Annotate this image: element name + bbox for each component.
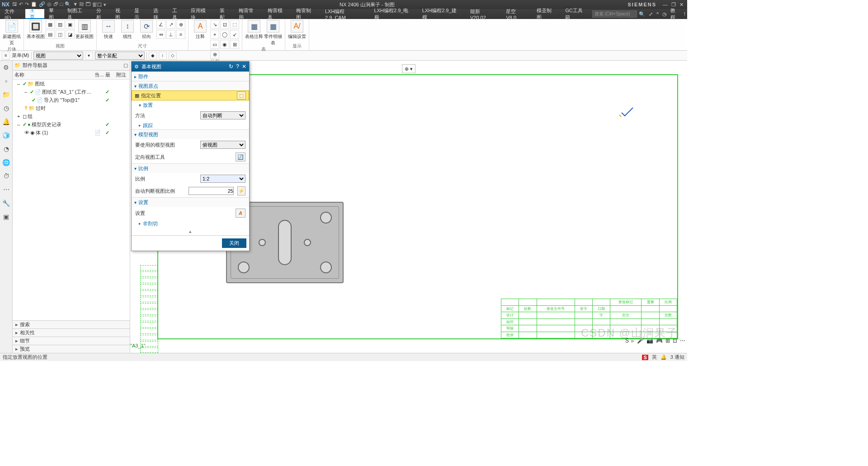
- ribbon-small-button[interactable]: ⊞: [230, 40, 239, 49]
- tray-icon[interactable]: ▹: [632, 338, 634, 344]
- section-placement[interactable]: 放置: [132, 100, 249, 109]
- minimize-button[interactable]: —: [663, 2, 668, 7]
- accordion-header[interactable]: 搜索: [13, 320, 130, 328]
- leftstrip-button[interactable]: ⋯: [1, 185, 11, 195]
- ribbon-big-button[interactable]: ▦零件明细表: [264, 20, 282, 46]
- tray-icon[interactable]: 🎮: [656, 338, 663, 344]
- maximize-button[interactable]: ❐: [671, 2, 676, 8]
- menu-tab[interactable]: 视图: [111, 9, 130, 19]
- leftstrip-button[interactable]: ⚙: [1, 62, 11, 72]
- ribbon-small-button[interactable]: ⬚: [230, 20, 239, 29]
- use-model-select[interactable]: 俯视图: [200, 141, 245, 149]
- ribbon-small-button[interactable]: ⊕: [176, 20, 185, 29]
- orient-tool-button[interactable]: 🔄: [236, 152, 245, 162]
- tray-icon[interactable]: 🎤: [637, 338, 644, 344]
- view-filter-select[interactable]: 视图: [33, 52, 83, 60]
- ribbon-small-button[interactable]: ↙: [230, 30, 239, 39]
- ribbon-big-button[interactable]: ▥更新视图: [75, 20, 94, 40]
- auto-scale-input[interactable]: [189, 187, 234, 195]
- ribbon-small-button[interactable]: ⇔: [156, 30, 165, 39]
- ribbon-small-button[interactable]: ↘: [210, 20, 219, 29]
- menu-tab[interactable]: 星空 V8.0: [501, 9, 532, 19]
- ribbon-big-button[interactable]: ↕线性: [118, 20, 137, 40]
- assembly-filter-select[interactable]: 整个装配: [95, 52, 145, 60]
- section-part[interactable]: 部件: [132, 72, 249, 81]
- leftstrip-button[interactable]: ▣: [1, 212, 11, 222]
- menu-tab[interactable]: 梅雷常用: [234, 9, 263, 19]
- section-non-section[interactable]: 非剖切: [132, 219, 249, 228]
- menu-tab[interactable]: LXH编程2.9_电极: [370, 9, 418, 19]
- menubar-icon[interactable]: 🔍: [639, 11, 645, 17]
- navigator-tree[interactable]: 名称 当… 最 附注 –✓📁图纸–✓📄图纸页 "A3_1" (工作…✓✓📄导入的…: [13, 71, 130, 195]
- tray-icon[interactable]: ⊞: [665, 338, 670, 344]
- dialog-resize-handle[interactable]: ▴: [132, 228, 249, 235]
- ribbon-big-button[interactable]: 📄新建图纸页: [3, 20, 21, 46]
- menu-tab[interactable]: 梅雷制图: [292, 9, 321, 19]
- tree-row[interactable]: ?📁过时: [13, 104, 130, 112]
- ime-label[interactable]: 英: [652, 354, 657, 361]
- menu-icon[interactable]: ≡: [2, 52, 10, 60]
- accordion-header[interactable]: 细节: [13, 337, 130, 345]
- menu-label[interactable]: 菜单(M): [12, 52, 29, 59]
- ribbon-small-button[interactable]: ▭: [210, 40, 219, 49]
- ribbon-small-button[interactable]: ◫: [56, 30, 65, 39]
- section-scale[interactable]: 比例: [132, 164, 249, 173]
- tree-row[interactable]: –✓📁图纸: [13, 80, 130, 88]
- ribbon-small-button[interactable]: ◯: [220, 30, 229, 39]
- scale-select[interactable]: 1:2: [200, 175, 245, 183]
- accordion-header[interactable]: 相关性: [13, 328, 130, 337]
- qat-button[interactable]: 🔗: [39, 1, 45, 8]
- menu-tab[interactable]: LXH编程2.9_CAM: [321, 9, 370, 19]
- tree-row[interactable]: 👁◉体 (1)📄✓: [13, 128, 130, 137]
- menubar-icon[interactable]: 教程: [670, 7, 680, 21]
- settings-edit-button[interactable]: A: [236, 209, 245, 218]
- leftstrip-button[interactable]: ⏱: [1, 171, 11, 181]
- tool-icon-1[interactable]: ◆: [149, 52, 157, 60]
- tray-icon[interactable]: S: [625, 338, 629, 344]
- menu-tab[interactable]: 能新 V20.02: [466, 9, 501, 19]
- specify-location-row[interactable]: ▩ 指定位置 ⬚: [132, 90, 249, 100]
- dialog-gear-icon[interactable]: ⚙: [134, 64, 139, 70]
- ribbon-small-button[interactable]: ◪: [66, 30, 75, 39]
- menubar-icon[interactable]: ^: [656, 11, 659, 17]
- close-button[interactable]: ✕: [679, 2, 684, 8]
- dialog-close-button[interactable]: 关闭: [222, 238, 246, 248]
- ime-icon[interactable]: S: [642, 355, 648, 360]
- tray-icon[interactable]: ⊡: [673, 338, 677, 344]
- tool-icon-2[interactable]: ↕: [159, 52, 167, 60]
- tool-icon-3[interactable]: ◇: [169, 52, 177, 60]
- base-view-dialog[interactable]: ⚙ 基本视图 ↻ ? ✕ 部件 视图原点 ▩ 指定位置 ⬚ 放置 方法 自动判断…: [131, 61, 250, 251]
- leftstrip-button[interactable]: ◷: [1, 103, 11, 113]
- tray-icon[interactable]: ⋯: [680, 338, 685, 344]
- leftstrip-button[interactable]: 🔔: [1, 117, 11, 127]
- ribbon-big-button[interactable]: ▦表格注释: [245, 20, 263, 46]
- menu-tab[interactable]: 文件(F): [0, 9, 25, 19]
- menu-tab[interactable]: 梅雷模具: [263, 9, 292, 19]
- section-track[interactable]: 跟踪: [132, 121, 249, 129]
- sheet-tab[interactable]: "A3_1": [130, 343, 146, 348]
- dialog-refresh-icon[interactable]: ↻: [229, 63, 233, 70]
- ribbon-small-button[interactable]: ▦: [46, 20, 55, 29]
- ribbon-small-button[interactable]: ⊥: [166, 30, 175, 39]
- qat-button[interactable]: 🖫: [12, 1, 17, 8]
- tree-row[interactable]: –✓●模型历史记录✓: [13, 120, 130, 128]
- ribbon-small-button[interactable]: ▣: [66, 20, 75, 29]
- search-input[interactable]: 搜索 (Ctrl+Space): [592, 10, 637, 18]
- menu-tab[interactable]: 装配: [215, 9, 234, 19]
- dialog-close-icon[interactable]: ✕: [242, 63, 246, 70]
- ribbon-small-button[interactable]: ⊡: [220, 20, 229, 29]
- menu-tab[interactable]: 选择: [149, 9, 168, 19]
- tree-row[interactable]: +◻组: [13, 112, 130, 120]
- ribbon-small-button[interactable]: ∠: [156, 20, 165, 29]
- menu-tab[interactable]: 应用模块: [186, 9, 215, 19]
- ribbon-small-button[interactable]: ▨: [56, 20, 65, 29]
- notification-count[interactable]: 3 通知: [670, 354, 684, 361]
- navigator-pin-icon[interactable]: ▢: [123, 62, 128, 68]
- leftstrip-button[interactable]: ▫: [1, 76, 11, 86]
- ribbon-big-button[interactable]: 🔲基本视图: [27, 20, 45, 40]
- menubar-icon[interactable]: !: [684, 11, 685, 17]
- qat-button[interactable]: ↷: [25, 1, 29, 8]
- menu-tab[interactable]: 分析: [92, 9, 111, 19]
- section-settings[interactable]: 设置: [132, 198, 249, 207]
- leftstrip-button[interactable]: 🌐: [1, 157, 11, 167]
